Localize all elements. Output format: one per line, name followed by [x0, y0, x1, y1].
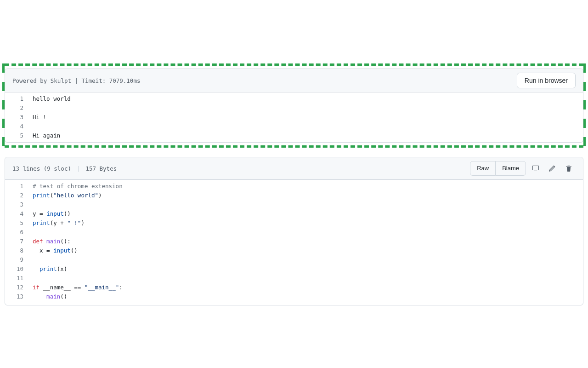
extension-highlight-frame: Powered by Skulpt | Timeit: 7079.10ms Ru… [5, 63, 583, 148]
line-content [28, 104, 583, 113]
line-number: 13 [5, 292, 28, 301]
line-number: 3 [5, 200, 28, 209]
line-content: if __name__ == "__main__": [28, 283, 583, 292]
raw-blame-group: Raw Blame [470, 161, 526, 176]
run-in-browser-button[interactable]: Run in browser [517, 73, 576, 88]
code-line: 13 main() [5, 292, 583, 301]
source-panel: 13 lines (9 sloc) | 157 Bytes Raw Blame [5, 157, 583, 305]
trash-icon[interactable] [562, 161, 576, 175]
line-content: print("hello world") [28, 191, 583, 200]
code-line: 11 [5, 274, 583, 283]
code-line: 4y = input() [5, 209, 583, 218]
line-content [28, 122, 583, 131]
line-content [28, 274, 583, 283]
code-line: 8 x = input() [5, 246, 583, 255]
output-panel: Powered by Skulpt | Timeit: 7079.10ms Ru… [5, 69, 583, 143]
output-panel-header: Powered by Skulpt | Timeit: 7079.10ms Ru… [5, 69, 583, 92]
line-number: 8 [5, 246, 28, 255]
line-content: hello world [28, 94, 583, 104]
line-number: 11 [5, 274, 28, 283]
output-line: 4 [5, 122, 583, 131]
code-line: 6 [5, 228, 583, 237]
line-content: def main(): [28, 237, 583, 246]
source-panel-header: 13 lines (9 sloc) | 157 Bytes Raw Blame [5, 157, 583, 180]
output-lines: 1hello world23Hi !45Hi again [5, 94, 583, 140]
output-line: 1hello world [5, 94, 583, 104]
separator: | [77, 165, 80, 172]
code-line: 5print(y + " !") [5, 218, 583, 228]
output-line: 3Hi ! [5, 113, 583, 122]
line-number: 4 [5, 122, 28, 131]
line-content: print(y + " !") [28, 218, 583, 228]
output-line: 5Hi again [5, 131, 583, 140]
line-content [28, 255, 583, 264]
source-code-lines: 1# test of chrome extension2print("hello… [5, 182, 583, 301]
code-line: 12if __name__ == "__main__": [5, 283, 583, 292]
line-number: 1 [5, 94, 28, 104]
line-content: # test of chrome extension [28, 182, 583, 191]
blame-button[interactable]: Blame [495, 161, 526, 176]
raw-button[interactable]: Raw [470, 161, 496, 176]
code-line: 10 print(x) [5, 264, 583, 274]
desktop-icon[interactable] [529, 161, 543, 175]
line-number: 6 [5, 228, 28, 237]
line-number: 9 [5, 255, 28, 264]
line-number: 7 [5, 237, 28, 246]
code-line: 2print("hello world") [5, 191, 583, 200]
output-status-text: Powered by Skulpt | Timeit: 7079.10ms [12, 77, 140, 84]
line-number: 5 [5, 218, 28, 228]
code-line: 1# test of chrome extension [5, 182, 583, 191]
line-content: Hi ! [28, 113, 583, 122]
line-content [28, 200, 583, 209]
line-number: 3 [5, 113, 28, 122]
line-number: 10 [5, 264, 28, 274]
line-content: x = input() [28, 246, 583, 255]
line-content [28, 228, 583, 237]
line-content: Hi again [28, 131, 583, 140]
line-number: 4 [5, 209, 28, 218]
pencil-icon[interactable] [545, 161, 559, 175]
line-number: 2 [5, 191, 28, 200]
line-content: print(x) [28, 264, 583, 274]
line-number: 1 [5, 182, 28, 191]
file-stats-bytes: 157 Bytes [85, 165, 117, 172]
line-number: 12 [5, 283, 28, 292]
output-line: 2 [5, 104, 583, 113]
code-line: 3 [5, 200, 583, 209]
file-stats: 13 lines (9 sloc) | 157 Bytes [12, 165, 117, 172]
code-line: 9 [5, 255, 583, 264]
line-content: y = input() [28, 209, 583, 218]
line-content: main() [28, 292, 583, 301]
line-number: 2 [5, 104, 28, 113]
file-stats-lines: 13 lines (9 sloc) [12, 165, 71, 172]
line-number: 5 [5, 131, 28, 140]
code-line: 7def main(): [5, 237, 583, 246]
